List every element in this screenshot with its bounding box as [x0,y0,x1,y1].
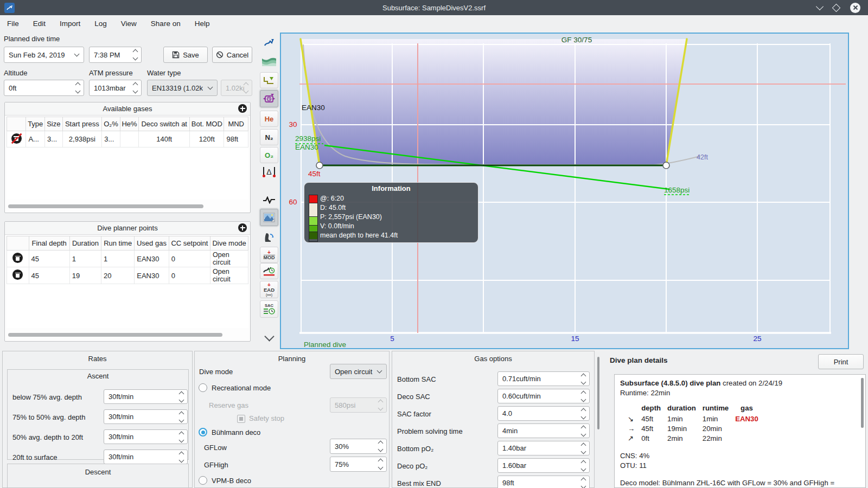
time-tick-5: 5 [390,335,394,343]
plan-v-scrollbar[interactable] [861,378,864,428]
cancel-icon [216,51,224,59]
show-photos-icon[interactable] [260,209,278,226]
gfhigh-spinner[interactable]: 75% [330,457,387,472]
descend-arrow: ↘ [624,414,638,424]
delete-point-icon[interactable] [12,269,23,280]
scroll-down-icon[interactable] [260,330,278,346]
ascent-rate-spinner[interactable]: 30ft/min [104,409,188,424]
plan-runtime: Runtime: 22min [620,388,860,398]
ruler-icon[interactable]: Δ [260,164,278,180]
waves-icon[interactable] [260,53,278,69]
points-h-scrollbar[interactable] [8,333,222,337]
atm-pressure-spinner[interactable]: 1013mbar [89,80,142,96]
deco-sac-spinner[interactable]: 0.60cuft/min [497,389,590,403]
toggle-n2-graph-icon[interactable]: N₂ [260,129,278,145]
mod-icon[interactable]: + MOD [260,247,278,263]
buhlmann-deco-label: Bühlmann deco [212,428,260,436]
waypoint-handle[interactable] [316,162,323,169]
waypoint-handle[interactable] [663,162,669,169]
gas-change-icon[interactable] [260,229,278,246]
rate-label: 75% to 50% avg. depth [12,413,85,421]
ascent-rate-spinner[interactable]: 30ft/min [104,389,188,404]
gases-h-scrollbar[interactable] [8,204,203,208]
close-icon[interactable] [850,3,860,13]
rates-panel: Rates Ascent below 75% avg. depth 75% to… [2,351,193,488]
rates-title: Rates [3,355,192,363]
toggle-he-graph-icon[interactable]: He [260,111,278,127]
dive-list-icon[interactable] [260,35,278,51]
best-mix-end-spinner[interactable]: 98ft [497,476,590,488]
cancel-button[interactable]: Cancel [212,47,252,63]
heartrate-icon[interactable] [260,192,278,208]
point-row[interactable]: 45 1 1 EAN30 0 Open circuit [7,251,248,267]
ead-icon[interactable]: + EAD (•••) [260,281,278,298]
title-bar: Subsurface: SampleDivesV2.ssrf [0,0,868,15]
dive-time-spinner[interactable]: 7:38 PM [89,47,142,63]
dive-mode-select[interactable]: Open circuit [330,364,387,379]
safety-stop-checkbox [237,415,245,423]
maximize-icon[interactable] [832,3,841,12]
toggle-o2-graph-icon[interactable]: O₂ [260,147,278,163]
gflow-spinner[interactable]: 30% [330,439,387,454]
ndl-time-icon[interactable] [260,263,278,279]
point-row[interactable]: 45 19 20 EAN30 0 Open circuit [7,267,248,284]
menu-bar: File Edit Import Log View Share on Help [0,15,868,31]
dive-plan-text[interactable]: Subsurface (4.8.5.0) dive plan created o… [614,374,866,488]
delete-gas-icon[interactable] [11,133,22,144]
menu-edit[interactable]: Edit [26,15,53,31]
gas-row[interactable]: A... 3... 2,938psi 3... 140ft 120ft 98ft [7,131,248,147]
water-type-select[interactable]: EN13319 (1.02k [147,80,218,96]
problem-time-spinner[interactable]: 4min [497,423,590,438]
save-icon [172,51,180,59]
gas-options-panel: Gas options Bottom SAC Deco SAC SAC fact… [392,351,595,488]
buhlmann-deco-radio[interactable] [199,428,207,436]
planning-panel: Planning Dive mode Open circuit Recreati… [194,351,390,488]
gas-options-title: Gas options [392,355,594,363]
level-arrow: → [624,424,638,434]
sac-icon[interactable]: SAC [260,300,278,318]
profile-toggle-icon[interactable] [260,72,278,88]
planning-title: Planning [195,355,389,363]
recreational-mode-radio[interactable] [199,383,207,392]
altitude-spinner[interactable]: 0ft [4,80,84,96]
menu-import[interactable]: Import [53,15,87,31]
depth-tick-30: 30 [289,120,297,129]
sac-factor-spinner[interactable]: 4.0 [497,406,590,421]
save-button[interactable]: Save [163,47,208,63]
tooltip-depth: D: 45.0ft [320,204,346,211]
plan-row: ↘ 45ft 1min 1min EAN30 [624,414,762,424]
menu-file[interactable]: File [0,15,26,31]
plan-heading-date: created on 2/24/19 [720,379,782,387]
ascent-rate-spinner[interactable]: 30ft/min [104,429,188,444]
vpmb-deco-radio[interactable] [199,476,207,485]
menu-view[interactable]: View [114,15,144,31]
available-gases-table: Type Size Start press O₂% He% Deco switc… [7,117,248,147]
print-button[interactable]: Print [818,354,864,369]
gas-option-label: Deco pO₂ [397,462,427,470]
profile-fill [301,39,687,165]
bottom-po2-spinner[interactable]: 1.40bar [497,441,590,455]
delete-point-icon[interactable] [12,253,23,263]
gas-option-label: Bottom pO₂ [397,445,433,453]
plan-table: depth duration runtime gas ↘ 45ft 1min 1… [624,403,762,444]
descent-title: Descent [8,468,188,476]
add-gas-button[interactable] [238,104,247,113]
dive-date-select[interactable]: Sun Feb 24, 2019 [4,47,84,63]
menu-share-on[interactable]: Share on [144,15,188,31]
ascent-rate-spinner[interactable]: 30ft/min [104,450,188,464]
deco-po2-spinner[interactable]: 1.60bar [497,458,590,473]
gas-option-label: Deco SAC [397,393,430,401]
menu-log[interactable]: Log [87,15,114,31]
dive-profile-chart[interactable]: GF 30/75 EAN30 2938psi EAN30 45ft 42ft 1… [280,33,849,349]
add-point-button[interactable] [238,223,247,232]
dive-planner-icon[interactable] [260,90,278,107]
menu-help[interactable]: Help [188,15,217,31]
minimize-icon[interactable] [816,3,824,10]
bottom-sac-spinner[interactable]: 0.71cuft/min [497,371,590,386]
bottom-depth-label: 45ft [308,170,321,178]
plan-heading: Subsurface (4.8.5.0) dive plan [620,379,720,387]
reserve-gas-spinner: 580psi [330,397,387,413]
plan-row: → 45ft 19min 20min [624,424,762,434]
panel-v-scrollbar[interactable] [597,357,599,429]
gas-option-label: Bottom SAC [397,375,436,383]
